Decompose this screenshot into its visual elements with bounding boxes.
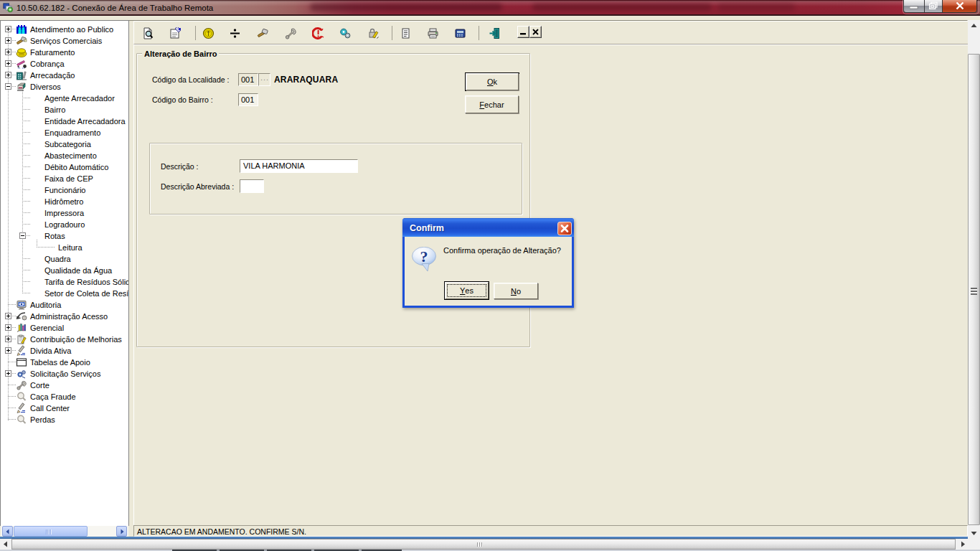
svg-text:?: ? — [420, 248, 428, 265]
